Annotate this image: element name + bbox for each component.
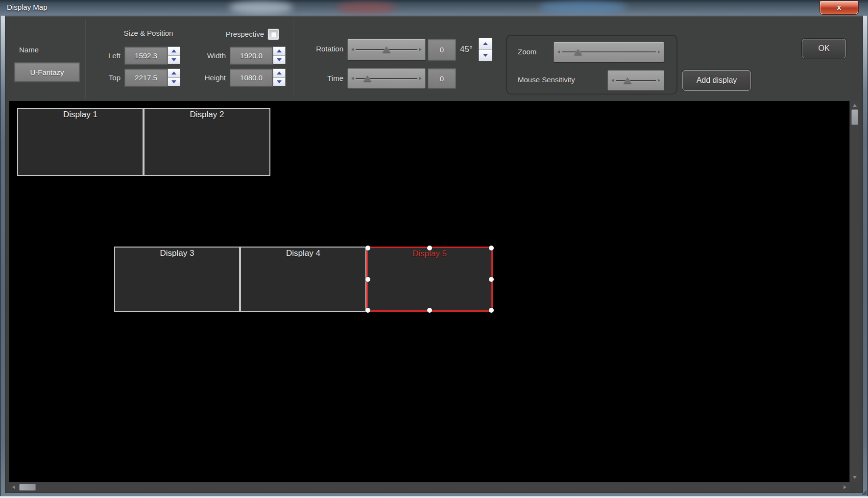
- arrow-up-icon: [171, 72, 176, 75]
- time-label: Time: [289, 74, 343, 82]
- spin-down-button[interactable]: [479, 50, 492, 61]
- width-spinner: [273, 47, 286, 64]
- arrow-down-icon: [483, 54, 488, 57]
- display-label: Display 1: [18, 110, 143, 120]
- window-bottom-edge: [0, 496, 868, 498]
- top-label: Top: [79, 74, 121, 82]
- name-label: Name: [19, 46, 39, 54]
- resize-grip[interactable]: [862, 490, 867, 495]
- zoom-label: Zoom: [518, 48, 536, 56]
- display-label: Display 5: [368, 249, 491, 259]
- title-bar[interactable]: Display Map x: [0, 0, 868, 16]
- slider-end-tick: [557, 50, 560, 53]
- spin-up-button[interactable]: [273, 69, 285, 77]
- slider-end-tick: [419, 77, 422, 80]
- perspective-checkbox[interactable]: [268, 29, 279, 40]
- close-icon: x: [837, 3, 841, 11]
- ok-button[interactable]: OK: [802, 39, 846, 58]
- glass-red-reflection: [337, 2, 396, 14]
- display-label: Display 2: [145, 110, 269, 120]
- add-display-button[interactable]: Add display: [682, 70, 751, 91]
- slider-thumb[interactable]: [363, 75, 371, 81]
- time-slider[interactable]: [347, 68, 426, 89]
- display-box[interactable]: Display 2: [144, 108, 270, 176]
- horizontal-scrollbar[interactable]: [9, 482, 849, 492]
- checkbox-inner: [271, 32, 276, 37]
- rotation-value[interactable]: 0: [428, 39, 456, 60]
- spin-down-button[interactable]: [168, 56, 180, 64]
- scroll-right-icon[interactable]: [844, 485, 846, 489]
- selection-handle[interactable]: [365, 277, 370, 282]
- width-label: Width: [182, 51, 226, 60]
- spin-up-button[interactable]: [168, 47, 180, 55]
- zoom-slider[interactable]: [554, 42, 664, 62]
- rotation-step-spinner: [479, 38, 492, 61]
- display-box[interactable]: Display 4: [240, 247, 366, 312]
- selection-handle[interactable]: [427, 246, 432, 250]
- arrow-down-icon: [171, 80, 176, 83]
- spin-up-button[interactable]: [168, 69, 180, 77]
- scroll-down-icon[interactable]: [853, 476, 857, 479]
- vertical-scrollbar-thumb[interactable]: [851, 109, 858, 125]
- display-map-dialog: Display Map x Name U-Fantazy Size & Posi…: [0, 0, 868, 498]
- scroll-up-icon[interactable]: [853, 104, 857, 107]
- perspective-label: Prespective: [195, 30, 264, 38]
- spin-up-button[interactable]: [479, 38, 492, 50]
- window-title: Display Map: [7, 3, 48, 11]
- toolbar-separator: [293, 19, 294, 99]
- slider-thumb[interactable]: [624, 77, 631, 83]
- spin-down-button[interactable]: [273, 56, 285, 64]
- spin-down-button[interactable]: [273, 78, 285, 86]
- selection-handle[interactable]: [365, 308, 370, 313]
- display-label: Display 3: [115, 249, 239, 258]
- selection-handle[interactable]: [427, 308, 432, 313]
- top-spinner: [168, 69, 180, 86]
- rotation-label: Rotation: [289, 45, 343, 53]
- left-label: Left: [79, 51, 121, 60]
- selection-handle[interactable]: [489, 246, 494, 250]
- glass-blue-reflection: [539, 1, 627, 14]
- scroll-left-icon[interactable]: [12, 485, 15, 489]
- display-box[interactable]: Display 1: [17, 108, 144, 176]
- display-canvas[interactable]: Display 1Display 2Display 3Display 4Disp…: [9, 101, 849, 482]
- rotation-step-label: 45°: [460, 45, 473, 54]
- height-spinner: [273, 69, 286, 86]
- selection-handle[interactable]: [365, 246, 370, 250]
- close-button[interactable]: x: [820, 1, 858, 14]
- spin-up-button[interactable]: [273, 47, 285, 55]
- height-label: Height: [182, 74, 226, 82]
- mouse-sensitivity-label: Mouse Sensitivity: [518, 75, 575, 84]
- arrow-up-icon: [277, 72, 282, 75]
- glass-highlight: [229, 1, 293, 14]
- slider-end-tick: [351, 48, 354, 51]
- name-field[interactable]: U-Fantazy: [14, 62, 80, 82]
- mouse-sensitivity-slider[interactable]: [607, 70, 664, 91]
- arrow-down-icon: [171, 58, 176, 61]
- width-input[interactable]: 1920.0: [230, 47, 273, 64]
- height-input[interactable]: 1080.0: [230, 69, 273, 86]
- slider-end-tick: [658, 50, 660, 53]
- slider-thumb[interactable]: [574, 49, 582, 55]
- top-input[interactable]: 2217.5: [124, 69, 168, 86]
- toolbar: Name U-Fantazy Size & Position Prespecti…: [5, 16, 863, 101]
- slider-thumb[interactable]: [383, 46, 390, 52]
- arrow-up-icon: [171, 50, 176, 52]
- slider-groove: [616, 80, 656, 81]
- selection-handle[interactable]: [489, 308, 494, 313]
- selection-handle[interactable]: [489, 277, 494, 282]
- display-box[interactable]: Display 5: [366, 247, 493, 312]
- arrow-up-icon: [277, 50, 282, 52]
- horizontal-scrollbar-thumb[interactable]: [19, 484, 36, 491]
- rotation-slider[interactable]: [347, 39, 426, 60]
- left-spinner: [168, 47, 180, 64]
- slider-end-tick: [611, 79, 614, 82]
- arrow-up-icon: [483, 42, 488, 45]
- slider-end-tick: [419, 48, 422, 51]
- slider-end-tick: [658, 79, 660, 82]
- time-value[interactable]: 0: [428, 68, 456, 89]
- left-input[interactable]: 1592.3: [124, 47, 168, 64]
- vertical-scrollbar[interactable]: [849, 101, 859, 482]
- display-box[interactable]: Display 3: [114, 247, 240, 312]
- arrow-down-icon: [277, 80, 282, 83]
- spin-down-button[interactable]: [168, 78, 180, 86]
